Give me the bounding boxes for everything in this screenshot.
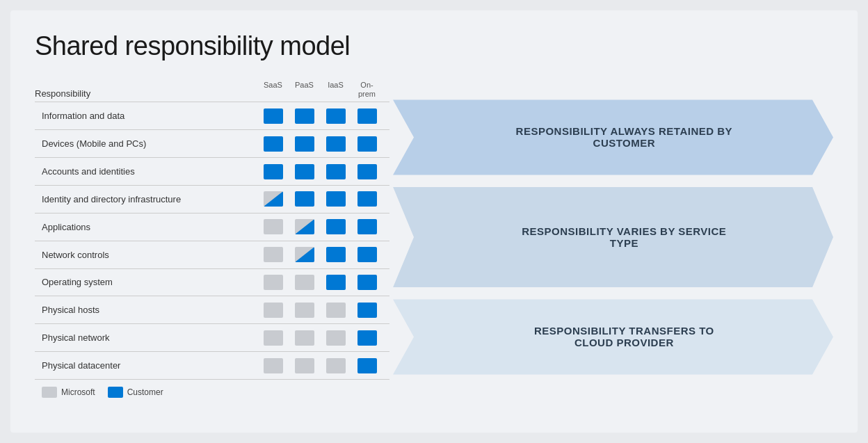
cell-gray xyxy=(264,303,283,318)
cell-blue xyxy=(357,191,377,207)
row-cells xyxy=(257,273,383,292)
cell xyxy=(324,245,348,264)
legend-microsoft-box xyxy=(42,387,57,398)
cell xyxy=(355,245,379,264)
row-cells xyxy=(257,134,383,154)
cell xyxy=(355,217,379,236)
table-row: Information and data xyxy=(35,102,389,129)
row-label: Physical datacenter xyxy=(35,360,257,371)
table-row: Applications xyxy=(35,213,389,241)
cell xyxy=(262,245,285,264)
table-rows: Information and dataDevices (Mobile and … xyxy=(35,102,389,380)
cell xyxy=(324,134,348,154)
cell-blue xyxy=(326,275,346,290)
cell-gray xyxy=(264,358,283,373)
cell xyxy=(355,300,379,320)
row-label: Physical network xyxy=(35,332,257,343)
legend: Microsoft Customer xyxy=(35,387,833,398)
cell xyxy=(324,189,348,209)
row-label: Network controls xyxy=(35,250,257,260)
cell xyxy=(324,217,348,236)
cell-blue xyxy=(295,136,314,152)
row-cells xyxy=(257,106,383,126)
cell-gray xyxy=(326,303,346,318)
cell-blue xyxy=(357,358,377,373)
cell xyxy=(355,189,379,209)
cell xyxy=(293,217,316,236)
col-saas: SaaS xyxy=(260,81,287,99)
cell-gray xyxy=(295,330,314,346)
cell-split xyxy=(295,219,314,234)
column-headers: SaaS PaaS IaaS On-prem xyxy=(257,81,383,99)
cell xyxy=(262,273,285,292)
cell-gray xyxy=(264,219,283,234)
cell xyxy=(355,162,379,182)
row-label: Physical hosts xyxy=(35,305,257,315)
cell-blue xyxy=(357,219,377,234)
cell xyxy=(355,328,379,348)
cell xyxy=(293,245,316,264)
row-label: Applications xyxy=(35,222,257,232)
table-row: Identity and directory infrastructure xyxy=(35,185,389,213)
table-area: Responsibility SaaS PaaS IaaS On-prem In… xyxy=(35,81,389,380)
cell xyxy=(355,134,379,154)
cell-blue xyxy=(357,330,377,346)
cell xyxy=(293,328,316,348)
cell-blue xyxy=(357,247,377,262)
cell-blue xyxy=(326,108,346,124)
responsibility-header: Responsibility xyxy=(35,88,257,99)
legend-microsoft: Microsoft xyxy=(42,387,95,398)
cell-gray xyxy=(295,358,314,373)
table-row: Physical hosts xyxy=(35,296,389,323)
row-cells xyxy=(257,189,383,209)
cell xyxy=(262,134,285,154)
col-iaas: IaaS xyxy=(323,81,349,99)
arrow-section-1: RESPONSIBILITY VARIES BY SERVICE TYPE xyxy=(393,180,833,294)
cell-split xyxy=(264,191,283,207)
cell-blue xyxy=(357,275,377,290)
row-label: Operating system xyxy=(35,277,257,287)
table-row: Network controls xyxy=(35,241,389,268)
cell xyxy=(293,134,316,154)
cell-gray xyxy=(264,247,283,262)
cell xyxy=(262,189,285,209)
row-label: Accounts and identities xyxy=(35,166,257,177)
cell xyxy=(293,162,316,182)
legend-customer-box xyxy=(108,387,123,398)
row-cells xyxy=(257,245,383,264)
cell xyxy=(262,328,285,348)
arrow-shape-1: RESPONSIBILITY VARIES BY SERVICE TYPE xyxy=(393,187,833,287)
row-label: Identity and directory infrastructure xyxy=(35,194,257,204)
arrow-section-2: RESPONSIBILITY TRANSFERS TO CLOUD PROVID… xyxy=(393,294,833,380)
cell-blue xyxy=(295,108,314,124)
cell-gray xyxy=(264,275,283,290)
cell xyxy=(355,106,379,126)
cell xyxy=(262,162,285,182)
row-cells xyxy=(257,328,383,348)
arrow-shape-2: RESPONSIBILITY TRANSFERS TO CLOUD PROVID… xyxy=(393,299,833,374)
cell-blue xyxy=(326,247,346,262)
cell-gray xyxy=(295,303,314,318)
row-cells xyxy=(257,162,383,182)
table-row: Physical datacenter xyxy=(35,351,389,380)
cell-blue xyxy=(357,303,377,318)
cell-blue xyxy=(264,108,283,124)
arrow-shape-0: RESPONSIBILITY ALWAYS RETAINED BY CUSTOM… xyxy=(393,99,833,175)
cell xyxy=(293,273,316,292)
arrow-label-2: RESPONSIBILITY TRANSFERS TO CLOUD PROVID… xyxy=(514,325,734,348)
row-label: Information and data xyxy=(35,111,257,121)
cell-gray xyxy=(264,330,283,346)
table-row: Devices (Mobile and PCs) xyxy=(35,129,389,157)
cell xyxy=(293,106,316,126)
arrows-area: RESPONSIBILITY ALWAYS RETAINED BY CUSTOM… xyxy=(393,81,833,380)
col-paas: PaaS xyxy=(291,81,318,99)
cell xyxy=(324,106,348,126)
legend-customer-label: Customer xyxy=(127,387,163,397)
row-cells xyxy=(257,356,383,376)
cell xyxy=(355,273,379,292)
col-onprem: On-prem xyxy=(354,81,380,99)
content-area: Responsibility SaaS PaaS IaaS On-prem In… xyxy=(35,81,833,380)
arrow-section-0: RESPONSIBILITY ALWAYS RETAINED BY CUSTOM… xyxy=(393,95,833,180)
row-cells xyxy=(257,300,383,320)
arrow-label-0: RESPONSIBILITY ALWAYS RETAINED BY CUSTOM… xyxy=(514,125,734,149)
